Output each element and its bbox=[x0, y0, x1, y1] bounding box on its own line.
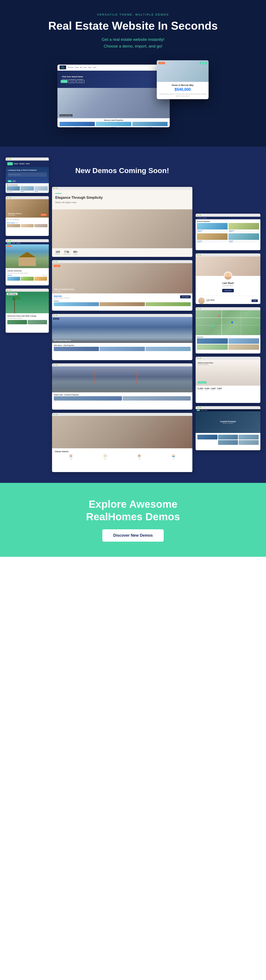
demo-right-agent[interactable]: Liam Wyatt Real Estate Agent Contact Me … bbox=[196, 253, 260, 304]
mockup-card-2: $320,000 Property 2 bbox=[96, 122, 131, 127]
demos-section: Looking to Buy or Rent a Property? Find … bbox=[0, 147, 266, 483]
mockup-buy-btn[interactable]: For Buy bbox=[61, 80, 68, 83]
demo-rent-btn[interactable]: Rent bbox=[12, 180, 16, 182]
demo-right-properties[interactable]: 📍 Location · Real Estate Recent Properti… bbox=[196, 214, 260, 250]
mockup-secondary-card: Featured Sold 2019 Home in Merrick Way $… bbox=[157, 60, 209, 99]
browser-dot-green bbox=[10, 159, 11, 159]
demos-right-column: 📍 Location · Real Estate Recent Properti… bbox=[196, 158, 260, 450]
mockup-badge-sold: Sold 2019 bbox=[200, 62, 207, 64]
demo-city[interactable]: San Francisco Bay Area Ultra Demo Ultra … bbox=[52, 314, 192, 360]
mockup-navbar: REAL HOMES Real Estate Property Blog Gal… bbox=[57, 65, 170, 71]
mockup-main-browser: REAL HOMES Real Estate Property Blog Gal… bbox=[57, 65, 170, 127]
demo-elegance[interactable]: Elegance Through Simplicity Where Life B… bbox=[52, 187, 192, 257]
hero-tagline: VERSATILE THEME, MULTIPLE DEMOS bbox=[9, 13, 257, 16]
mockup-card-1: $540,000 Property 1 bbox=[60, 122, 95, 127]
demo-buy-btn[interactable]: Buy bbox=[8, 180, 11, 182]
demo-bridge[interactable]: Golden Gate – Premium Properties bbox=[52, 363, 192, 410]
agent-avatar bbox=[224, 272, 232, 280]
hero-title: Real Estate Website In Seconds bbox=[9, 20, 257, 32]
hero-subtitle: Get a real estate website instantly! Cho… bbox=[9, 36, 257, 49]
coming-soon-banner: New Demos Coming Soon! bbox=[52, 158, 192, 184]
demo-right-interior[interactable]: Ultima Coast Place Luxury Apartments Exp… bbox=[196, 357, 260, 403]
demo-luxury[interactable]: Classic Interior 🏠 5,9000 ⚡ 3,800 bbox=[52, 413, 192, 472]
mockup-logo: REAL HOMES bbox=[60, 65, 66, 69]
demo-screenshot-3[interactable]: For Sale Classic American Showcase Demo … bbox=[6, 239, 49, 285]
hero-section: VERSATILE THEME, MULTIPLE DEMOS Real Est… bbox=[0, 0, 266, 147]
mockup-badge-featured: Featured bbox=[158, 62, 165, 64]
discover-demos-button[interactable]: Discover New Demos bbox=[102, 529, 163, 542]
demos-layout: Looking to Buy or Rent a Property? Find … bbox=[6, 158, 260, 472]
browser-dot-red bbox=[7, 159, 8, 159]
mockup-sale-btn[interactable]: For Sale bbox=[68, 80, 76, 83]
demo-screenshot-2[interactable]: Anaheim Avenue Coral Gables $68,000 🛏 3 … bbox=[6, 196, 49, 236]
mockup-hero-banner: Find Your Sweet Home Need Help To Choose… bbox=[57, 71, 170, 88]
hero-mockup: REAL HOMES Real Estate Property Blog Gal… bbox=[57, 60, 209, 129]
mockup-latest-properties: Discover Latest Properties $540,000 Prop… bbox=[57, 118, 170, 127]
browser-dot-yellow bbox=[8, 159, 9, 159]
agent2-contact-btn[interactable]: Contact bbox=[252, 299, 258, 302]
demo-right-coastal[interactable]: Coastal Premium Modern Properties bbox=[196, 406, 260, 450]
demo-right-map[interactable]: Properties bbox=[196, 307, 260, 353]
elegance-hero-image bbox=[52, 209, 192, 248]
mockup-nav-links: Real Estate Property Blog Gallery Pages … bbox=[68, 67, 156, 68]
mockup-property-image: Villa on Grand Avenue bbox=[57, 88, 170, 118]
mockup-property-label: Villa on Grand Avenue bbox=[60, 114, 73, 116]
agent-contact-btn[interactable]: Contact Me bbox=[222, 289, 234, 292]
demos-center-column: New Demos Coming Soon! Elegance Through … bbox=[52, 158, 192, 472]
demo-screenshot-4[interactable]: $68 Listings Showcase Demo with 3000 Lis… bbox=[6, 289, 49, 333]
demos-left-column: Looking to Buy or Rent a Property? Find … bbox=[6, 158, 49, 333]
mockup-rent-btn[interactable]: For Rent bbox=[77, 80, 84, 83]
interior-view-btn[interactable]: Explore Now bbox=[198, 381, 206, 383]
demo-screenshot-1[interactable]: Looking to Buy or Rent a Property? Find … bbox=[6, 158, 49, 193]
cta-section: Explore Awesome RealHomes Demos Discover… bbox=[0, 483, 266, 557]
cta-title: Explore Awesome RealHomes Demos bbox=[9, 498, 257, 523]
demo-villa[interactable]: Featured Villa on Grand Avenue Coral Gab… bbox=[52, 260, 192, 311]
mockup-card-3: $480,000 Property 3 bbox=[132, 122, 168, 127]
villa-view-btn[interactable]: View Details bbox=[180, 295, 191, 298]
mockup-property-cards: $540,000 Property 1 $320,000 Property 2 bbox=[60, 122, 168, 127]
